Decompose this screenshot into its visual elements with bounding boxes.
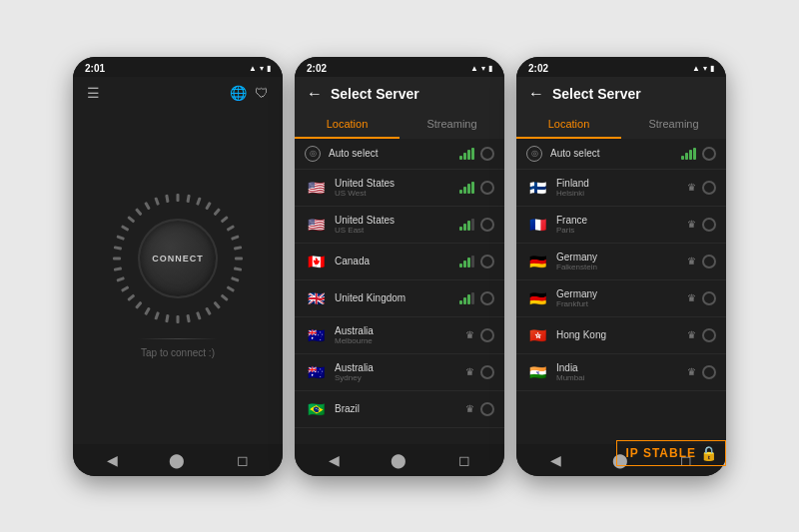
radio-btn[interactable] [480,255,494,268]
server-actions [459,218,494,232]
dial-tick [235,258,243,261]
dial-tick [177,194,180,202]
bar [463,261,466,267]
list-item[interactable]: 🇺🇸 United States US West [295,170,504,207]
signal-bars [459,182,474,194]
list-item[interactable]: ◎ Auto select [295,139,504,170]
list-item[interactable]: 🇮🇳 India Mumbai ♛ [516,354,726,391]
signal-bars [459,292,474,304]
shield-icon[interactable]: 🛡 [255,85,269,101]
recent-nav-2[interactable]: ◻ [458,452,470,468]
dial-tick [165,314,169,322]
tab-streaming-2[interactable]: Streaming [400,111,504,139]
app-header-1: ☰ 🌐 🛡 [73,77,283,109]
radio-btn[interactable] [702,291,716,305]
recent-nav[interactable]: ◻ [237,452,249,468]
back-arrow-3[interactable]: ← [528,85,544,103]
list-item[interactable]: 🇦🇺 Australia Sydney ♛ [295,354,504,391]
home-nav[interactable]: ⬤ [169,452,185,468]
radio-btn[interactable] [702,365,716,379]
server-info: Australia Sydney [335,362,457,382]
server-info: India Mumbai [556,362,679,382]
signal-bars [681,148,696,160]
flag-br: 🇧🇷 [305,398,327,420]
server-name: Auto select [550,148,673,159]
auto-select-icon-3: ◎ [526,146,542,162]
home-nav-2[interactable]: ⬤ [391,452,406,468]
server-info: Canada [335,256,451,266]
server-actions: ♛ [687,291,716,305]
crown-icon: ♛ [687,292,696,303]
server-name: United States [335,178,451,189]
radio-btn[interactable] [702,255,716,268]
radio-btn[interactable] [480,365,494,379]
server-actions: ♛ [687,365,716,379]
server-sub: Falkenstein [556,263,679,271]
list-item[interactable]: 🇩🇪 Germany Falkenstein ♛ [516,244,726,280]
tab-streaming-3[interactable]: Streaming [621,111,726,139]
radio-btn[interactable] [480,218,494,232]
back-nav[interactable]: ◀ [107,452,118,468]
flag-de2: 🇩🇪 [526,287,548,309]
header-actions: 🌐 🛡 [230,85,269,101]
back-nav-2[interactable]: ◀ [329,452,340,468]
server-header-3: ← Select Server [516,77,726,111]
back-nav-3[interactable]: ◀ [550,452,561,468]
list-item[interactable]: 🇦🇺 Australia Melbourne ♛ [295,317,504,354]
radio-btn[interactable] [702,181,716,195]
server-sub: US West [335,189,451,198]
radio-btn[interactable] [480,181,494,195]
server-actions [459,291,494,305]
radio-btn[interactable] [702,328,716,342]
server-actions: ♛ [687,328,716,342]
dial-inner[interactable]: CONNECT [138,219,218,298]
radio-btn[interactable] [480,328,494,342]
flag-au1: 🇦🇺 [305,324,327,346]
bar [467,184,470,194]
bar [467,258,470,267]
bar [689,150,692,160]
list-item[interactable]: ◎ Auto select [516,139,726,170]
menu-icon[interactable]: ☰ [87,85,100,101]
list-item[interactable]: 🇫🇮 Finland Helsinki ♛ [516,170,726,207]
dial-tick [165,195,169,203]
server-actions: ♛ [465,402,494,416]
radio-btn[interactable] [480,147,494,161]
crown-icon: ♛ [687,329,696,340]
list-item[interactable]: 🇨🇦 Canada [295,244,504,280]
signal-bars [459,148,474,160]
flag-us: 🇺🇸 [305,177,327,199]
server-list-2: ◎ Auto select 🇺🇸 Un [295,139,504,444]
server-info: Auto select [550,148,673,159]
tab-location-2[interactable]: Location [295,111,400,139]
signal-bars [459,256,474,267]
server-name: France [556,215,679,226]
dial-outer[interactable]: // Will be injected after CONNECT [113,194,243,323]
server-sub: US East [335,226,451,235]
list-item[interactable]: 🇫🇷 France Paris ♛ [516,207,726,244]
server-header-2: ← Select Server [295,77,504,111]
signal-icon: ▲ [249,64,257,73]
list-item[interactable]: 🇭🇰 Hong Kong ♛ [516,317,726,354]
dial-tick [186,314,190,322]
list-item[interactable]: 🇺🇸 United States US East [295,207,504,244]
server-info: Germany Frankfurt [556,288,679,308]
radio-btn[interactable] [702,218,716,232]
list-item[interactable]: 🇬🇧 United Kingdom [295,280,504,317]
flag-hk: 🇭🇰 [526,324,548,346]
back-arrow-2[interactable]: ← [307,85,323,103]
bar [467,150,470,160]
server-actions [459,181,494,195]
dial-tick [135,208,142,216]
bar [463,297,466,304]
globe-icon[interactable]: 🌐 [230,85,247,101]
dial-tick [154,311,160,320]
bar [471,256,474,267]
tab-location-3[interactable]: Location [516,111,621,139]
list-item[interactable]: 🇧🇷 Brazil ♛ [295,391,504,428]
radio-btn[interactable] [480,291,494,305]
status-bar-2: 2:02 ▲ ▾ ▮ [295,57,504,77]
radio-btn[interactable] [702,147,716,161]
radio-btn[interactable] [480,402,494,416]
list-item[interactable]: 🇩🇪 Germany Frankfurt ♛ [516,280,726,317]
